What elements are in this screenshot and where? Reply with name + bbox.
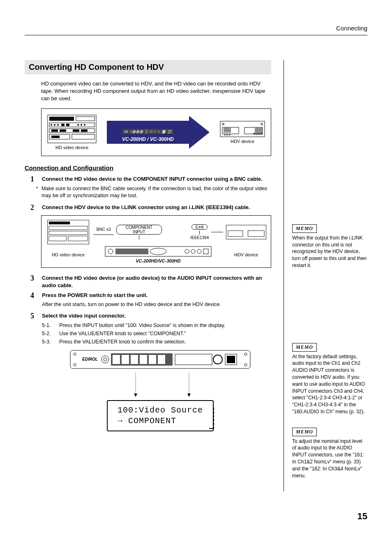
svg-point-8 <box>54 124 55 126</box>
svg-rect-11 <box>66 124 69 126</box>
memo-2: MEMO At the factory default settings, au… <box>292 343 367 415</box>
front-panel-icon: EDIROL <box>70 350 251 371</box>
section-header: Connecting <box>25 25 367 32</box>
memo-1-text: When the output from the i.LINK connecto… <box>292 235 367 269</box>
ieee-label: IEEE1394 <box>190 235 209 240</box>
main-column: Converting HD Component to HDV HD compon… <box>25 60 271 491</box>
memo-2-text: At the factory default settings, audio i… <box>292 353 367 415</box>
hdv-device-icon-2 <box>226 225 267 240</box>
memo-3-text: To adjust the nominal input level of aud… <box>292 438 367 479</box>
memo-badge-3: MEMO <box>292 428 317 436</box>
bnc-label: BNC x3 <box>97 227 111 232</box>
conn-center-label: VC-200HD/VC-300HD <box>136 258 180 263</box>
step-5-number: 5 <box>30 312 38 320</box>
memo-3: MEMO To adjust the nominal input level o… <box>292 428 367 479</box>
sub-5-2-n: 5-2. <box>42 329 56 338</box>
arrow-label: VC-200HD / VC-300HD <box>122 136 174 142</box>
page-number: 15 <box>357 511 367 522</box>
step-4: 4 Press the POWER switch to start the un… <box>30 292 271 299</box>
step-5-text: Select the video input connector. <box>42 313 126 319</box>
svg-rect-15 <box>51 129 58 132</box>
svg-point-12 <box>77 124 79 126</box>
svg-rect-73 <box>131 355 138 364</box>
svg-rect-71 <box>113 355 120 364</box>
component-input-label: COMPONENT INPUT <box>116 225 162 235</box>
step-2-number: 2 <box>30 204 38 211</box>
front-panel-diagram: EDIROL <box>49 350 271 431</box>
step-1-text: Connect the HD video device to the COMPO… <box>42 176 263 182</box>
svg-point-7 <box>51 124 52 126</box>
overview-diagram: HD video device ▭ ○◎◎◎ ░ ∷ ○ ○ ▥ ▢ VC-20… <box>41 108 271 156</box>
svg-rect-1 <box>49 117 74 121</box>
step-4-text: Press the POWER switch to start the unit… <box>42 292 148 298</box>
connection-diagram: BNC x3 COMPONENT INPUT iLink IEEE1394 <box>41 215 271 268</box>
svg-rect-57 <box>115 249 148 254</box>
header-rule <box>25 35 367 35</box>
lcd-display: 100:Video Source → COMPONENT <box>107 400 214 431</box>
svg-rect-74 <box>140 355 147 364</box>
step-1-number: 1 <box>30 175 38 183</box>
step-2-text: Connect the HDV device to the i.LINK con… <box>42 204 250 210</box>
sidebar-column: MEMO When the output from the i.LINK con… <box>284 60 367 491</box>
step-3-number: 3 <box>30 274 38 289</box>
brand-label: EDIROL <box>82 357 98 362</box>
center-unit-icon <box>105 246 212 257</box>
step-5: 5 Select the video input connector. <box>30 312 271 320</box>
sub-5-1-t: Press the INPUT button until "100: Video… <box>59 321 225 329</box>
step-3-text: Connect the HD video device (or audio de… <box>42 275 262 288</box>
unit-front-glyphs: ▭ ○◎◎◎ ░ ∷ ○ ○ ▥ ▢ <box>122 129 173 134</box>
lcd-line-2: → COMPONENT <box>118 416 203 426</box>
sub-5-2-t: Use the VALUE/ENTER knob to select "COMP… <box>59 329 186 338</box>
callout-lines <box>107 373 214 398</box>
svg-point-9 <box>57 124 59 126</box>
memo-badge-1: MEMO <box>292 224 317 233</box>
diagram1-right-label: HDV device <box>231 139 254 144</box>
hd-video-device-icon <box>47 115 97 143</box>
step-4-number: 4 <box>30 292 38 299</box>
svg-point-14 <box>84 124 85 126</box>
conn-right-label: HDV device <box>226 252 267 257</box>
hd-device-icon-2 <box>46 220 91 244</box>
sub-5-3-n: 5-3. <box>42 338 56 346</box>
svg-rect-52 <box>226 225 266 239</box>
lcd-line-1: 100:Video Source <box>118 405 203 416</box>
svg-rect-16 <box>60 129 66 132</box>
svg-point-13 <box>81 124 82 126</box>
step-2: 2 Connect the HDV device to the i.LINK c… <box>30 204 271 211</box>
subheading: Connection and Configuration <box>25 164 271 171</box>
sub-5-3-t: Press the VALUE/ENTER knob to confirm th… <box>59 338 186 346</box>
step-4-after: After the unit starts, turn on power to … <box>42 301 271 309</box>
svg-rect-17 <box>73 129 79 132</box>
svg-rect-19 <box>51 136 60 138</box>
ilink-label: iLink <box>191 224 208 230</box>
sub-5-1-n: 5-1. <box>42 321 56 329</box>
svg-rect-76 <box>158 355 165 364</box>
svg-rect-10 <box>61 124 65 126</box>
conn-left-label: HD video device <box>46 252 91 257</box>
svg-rect-75 <box>149 355 156 364</box>
step-1-note: * Make sure to connect the BNC cable sec… <box>36 185 271 200</box>
step-1: 1 Connect the HD video device to the COM… <box>30 175 271 183</box>
svg-marker-81 <box>134 394 137 397</box>
page-title: Converting HD Component to HDV <box>25 60 271 74</box>
diagram1-left-label: HD video device <box>55 145 88 150</box>
svg-rect-45 <box>49 221 70 224</box>
step-1-note-text: Make sure to connect the BNC cable secur… <box>42 185 271 200</box>
svg-rect-72 <box>122 355 129 364</box>
conversion-arrow: ▭ ○◎◎◎ ░ ∷ ○ ○ ▥ ▢ VC-200HD / VC-300HD <box>107 116 210 149</box>
step-3: 3 Connect the HD video device (or audio … <box>30 274 271 289</box>
svg-rect-18 <box>81 129 88 132</box>
step-5-sublist: 5-1.Press the INPUT button until "100: V… <box>42 321 271 346</box>
hdv-device-icon <box>220 121 265 137</box>
memo-1: MEMO When the output from the i.LINK con… <box>292 224 367 269</box>
intro-paragraph: HD component video can be converted to H… <box>41 80 271 103</box>
memo-badge-2: MEMO <box>292 343 317 352</box>
svg-marker-82 <box>187 394 191 397</box>
svg-rect-80 <box>227 356 235 363</box>
